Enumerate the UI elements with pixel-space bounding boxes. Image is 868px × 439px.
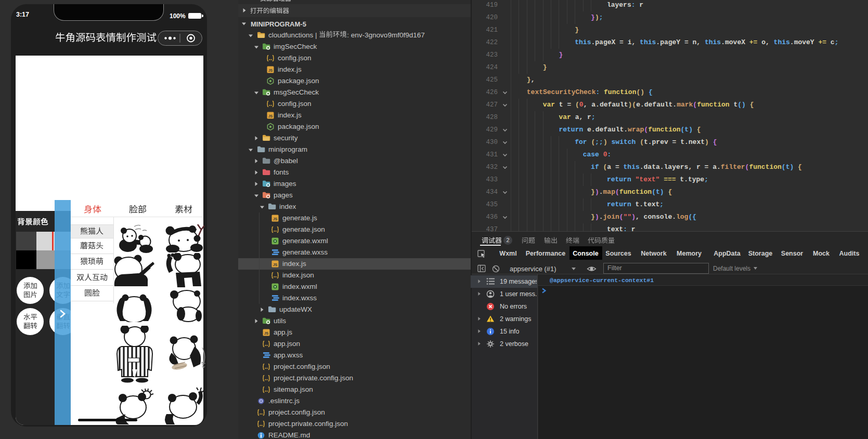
svg-text:JS: JS bbox=[273, 263, 278, 267]
svg-text:JS: JS bbox=[264, 331, 269, 335]
svg-text:JS: JS bbox=[268, 69, 273, 72]
svg-text:JS: JS bbox=[268, 114, 273, 118]
svg-text:JS: JS bbox=[273, 217, 278, 221]
